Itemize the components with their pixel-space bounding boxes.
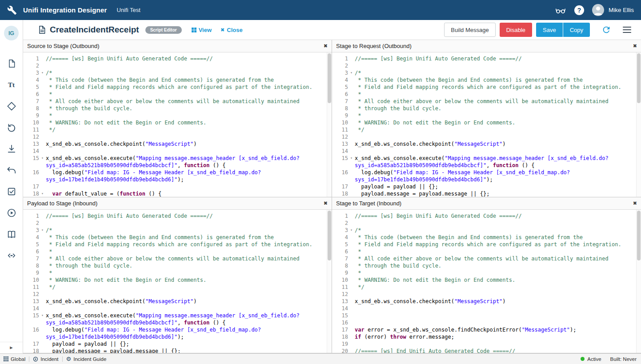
code-line[interactable]: 3▾/* [332,69,641,76]
code-line[interactable]: 13x_snd_eb.ws_console.checkpoint("Messag… [23,298,332,305]
copy-button[interactable]: Copy [563,23,590,37]
code-line[interactable]: 14 [23,305,332,312]
code-line[interactable]: 8 * through the build cycle. [23,262,332,269]
code-line[interactable]: 7 * All code either above or below the c… [332,255,641,262]
panel-close-icon[interactable]: ✖ [633,43,637,49]
code-line[interactable]: 16 log.debug("Field map: IG - Message He… [23,169,332,183]
menu-icon[interactable] [623,27,631,33]
code-line[interactable]: 6 * [332,248,641,255]
code-line[interactable]: 4 * This code (between the Begin and End… [332,234,641,241]
code-line[interactable]: 11 */ [332,126,641,133]
code-line[interactable]: 6 * [332,91,641,98]
scrollbar-thumb[interactable] [637,53,641,103]
scrollbar-thumb[interactable] [637,211,641,260]
build-message-button[interactable]: Build Message [444,23,495,37]
checkbox-icon[interactable] [7,187,16,196]
scrollbar-thumb[interactable] [328,211,331,260]
panel-close-icon[interactable]: ✖ [324,200,328,206]
code-line[interactable]: 15 [332,312,641,319]
panel-close-icon[interactable]: ✖ [324,43,328,49]
code-line[interactable]: 9 * [332,112,641,119]
code-line[interactable]: 16 [332,319,641,326]
vertical-scrollbar[interactable] [636,210,641,353]
panel-close-icon[interactable]: ✖ [633,200,637,206]
document-icon[interactable] [7,59,16,68]
code-line[interactable]: 16 log.debug("Field map: IG - Message He… [23,326,332,340]
user-avatar-icon[interactable] [592,4,604,16]
code-line[interactable]: 5 * Field and Field mapping records whic… [23,84,332,91]
code-line[interactable]: 11 */ [23,284,332,291]
code-editor[interactable]: 1//===== [ws] Begin Unifi Auto Generated… [23,52,332,197]
fold-arrow-icon[interactable]: ▾ [348,155,355,162]
code-line[interactable]: 4 * This code (between the Begin and End… [23,234,332,241]
wrench-icon[interactable] [7,5,17,15]
code-line[interactable]: 17var error = x_snd_eb.ws_console.findCh… [332,326,641,333]
code-line[interactable]: 15▾x_snd_eb.ws_console.execute("Mapping … [23,155,332,169]
view-button[interactable]: View [192,27,212,33]
code-line[interactable]: 13x_snd_eb.ws_console.checkpoint("Messag… [23,140,332,148]
code-line[interactable]: 13x_snd_eb.ws_console.checkpoint("Messag… [332,140,641,148]
fold-arrow-icon[interactable]: ▾ [39,227,46,234]
scope-incident-guide[interactable]: ⚙ Incident Guide [66,356,107,362]
fold-arrow-icon[interactable]: ▾ [39,312,46,319]
code-editor[interactable]: 1//===== [ws] Begin Unifi Auto Generated… [332,52,641,197]
code-line[interactable]: 4 * This code (between the Begin and End… [23,76,332,84]
code-line[interactable]: 3▾/* [332,227,641,234]
help-icon[interactable]: ? [574,5,584,15]
code-line[interactable]: 14 [332,305,641,312]
scope-incident[interactable]: Incident [33,356,58,362]
code-line[interactable]: 3▾/* [23,69,332,76]
diamond-icon[interactable] [7,101,16,111]
code-line[interactable]: 5 * Field and Field mapping records whic… [332,84,641,91]
code-line[interactable]: 14 [23,148,332,155]
fold-arrow-icon[interactable]: ▾ [39,155,46,162]
code-line[interactable]: 6 * [23,91,332,98]
fold-arrow-icon[interactable]: ▾ [39,69,46,76]
fold-arrow-icon[interactable]: ▾ [348,69,355,76]
code-line[interactable]: 10 * WARNING: Do not edit the Begin or E… [23,276,332,284]
code-icon[interactable] [7,251,16,260]
code-line[interactable]: 11 */ [332,284,641,291]
vertical-scrollbar[interactable] [327,210,332,353]
code-line[interactable]: 13x_snd_eb.ws_console.checkpoint("Messag… [332,298,641,305]
code-line[interactable]: 15▾x_snd_eb.ws_console.execute("Mapping … [23,312,332,326]
code-line[interactable]: 12 [23,291,332,298]
code-line[interactable]: 8 * through the build cycle. [332,105,641,112]
scope-global[interactable]: Global [4,356,25,362]
code-line[interactable]: 8 * through the build cycle. [332,262,641,269]
code-line[interactable]: 1//===== [ws] Begin Unifi Auto Generated… [23,55,332,62]
code-line[interactable]: 19 [332,340,641,348]
save-button[interactable]: Save [536,23,563,37]
scrollbar-thumb[interactable] [328,53,331,103]
glasses-icon[interactable] [555,4,566,16]
close-button[interactable]: ✖ Close [220,27,243,33]
code-line[interactable]: 16 log.debug("Field map: IG - Message He… [332,169,641,183]
code-line[interactable]: 1//===== [ws] Begin Unifi Auto Generated… [332,55,641,62]
integration-avatar[interactable]: IG [4,26,19,40]
code-line[interactable]: 18▾ var default_value = (function () { [23,190,332,197]
code-editor[interactable]: 1//===== [ws] Begin Unifi Auto Generated… [332,210,641,353]
code-line[interactable]: 4 * This code (between the Begin and End… [332,76,641,84]
code-line[interactable]: 20//===== [ws] End Unifi Auto Generated … [332,348,641,353]
text-format-icon[interactable]: Tt [7,80,16,90]
code-line[interactable]: 5 * Field and Field mapping records whic… [332,241,641,248]
code-line[interactable]: 1//===== [ws] Begin Unifi Auto Generated… [23,212,332,220]
code-line[interactable]: 17 payload = payload || {}; [23,340,332,348]
code-line[interactable]: 14 [332,148,641,155]
code-line[interactable]: 2 [332,62,641,69]
code-line[interactable]: 12 [332,133,641,140]
fold-arrow-icon[interactable]: ▾ [39,190,46,197]
code-line[interactable]: 6 * [23,248,332,255]
vertical-scrollbar[interactable] [327,52,332,197]
history-icon[interactable] [7,123,16,132]
code-line[interactable]: 12 [332,291,641,298]
code-line[interactable]: 18 payload.message = payload.message || … [23,348,332,353]
code-line[interactable]: 7 * All code either above or below the c… [23,255,332,262]
code-line[interactable]: 18 payload.message = payload.message || … [332,190,641,197]
play-circle-icon[interactable] [7,208,16,218]
code-line[interactable]: 2 [23,220,332,227]
code-line[interactable]: 9 * [23,269,332,276]
code-line[interactable]: 2 [23,62,332,69]
code-line[interactable]: 10 * WARNING: Do not edit the Begin or E… [23,119,332,126]
code-line[interactable]: 2 [332,220,641,227]
